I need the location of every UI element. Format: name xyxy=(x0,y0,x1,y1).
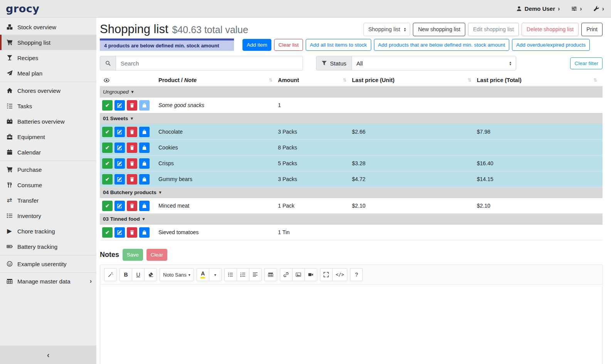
add-to-stock-button[interactable] xyxy=(139,100,150,111)
clear-filter-button[interactable]: Clear filter xyxy=(570,57,603,69)
mark-done-button[interactable]: ✔ xyxy=(102,227,113,238)
delete-item-button[interactable] xyxy=(127,174,137,185)
edit-item-button[interactable] xyxy=(114,143,125,153)
underline-button[interactable]: U xyxy=(132,268,145,281)
delete-item-button[interactable] xyxy=(127,158,137,169)
fullscreen-button[interactable] xyxy=(320,268,333,281)
add-item-button[interactable]: Add item xyxy=(242,39,271,51)
sidebar-item-battery-tracking[interactable]: Battery tracking xyxy=(0,239,96,254)
group-header-04-butchery-products[interactable]: 04 Butchery products ▾ xyxy=(100,187,603,198)
editor-content[interactable] xyxy=(100,285,602,364)
sidebar-item-equipment[interactable]: Equipment xyxy=(0,129,96,144)
add-overdue-button[interactable]: Add overdue/expired products xyxy=(512,39,590,51)
app-logo[interactable]: grocy xyxy=(6,3,39,15)
settings-menu[interactable]: › xyxy=(571,5,582,12)
sidebar-item-meal-plan[interactable]: Meal plan xyxy=(0,65,96,81)
text-color-button[interactable]: A xyxy=(197,268,209,281)
sidebar-item-purchase[interactable]: Purchase xyxy=(0,162,96,177)
mark-done-button[interactable]: ✔ xyxy=(102,174,113,185)
visibility-column-header[interactable] xyxy=(100,77,158,83)
add-to-stock-button[interactable] xyxy=(139,143,150,153)
group-header-01-sweets[interactable]: 01 Sweets ▾ xyxy=(100,113,603,124)
mark-done-button[interactable]: ✔ xyxy=(102,158,113,169)
notes-editor: BUNoto Sans▾A▾</>? xyxy=(100,265,603,364)
sidebar-item-inventory[interactable]: Inventory xyxy=(0,208,96,223)
sidebar-item-calendar[interactable]: Calendar xyxy=(0,144,96,160)
mark-done-button[interactable]: ✔ xyxy=(102,143,113,153)
unordered-list-button[interactable] xyxy=(224,268,237,281)
shopping-list-select[interactable]: Shopping list ▴ ▾ xyxy=(364,23,410,36)
sidebar-item-chore-tracking[interactable]: ▶ Chore tracking xyxy=(0,223,96,239)
codeview-button-label: </> xyxy=(336,272,344,277)
sidebar-item-consume[interactable]: Consume xyxy=(0,177,96,193)
group-header-ungrouped[interactable]: Ungrouped ▾ xyxy=(100,87,603,97)
insert-video-button[interactable] xyxy=(305,268,317,281)
bold-button[interactable]: B xyxy=(120,268,132,281)
last-price-unit-header[interactable]: Last price (Unit) ⇅ xyxy=(352,77,477,83)
sidebar-item-tasks[interactable]: Tasks xyxy=(0,98,96,114)
sidebar-item-stock-overview[interactable]: Stock overview xyxy=(0,19,96,35)
add-to-stock-button[interactable] xyxy=(139,174,150,185)
mark-done-button[interactable]: ✔ xyxy=(102,127,113,137)
codeview-button[interactable]: </> xyxy=(332,268,348,281)
shopping-list-row: ✔ Minced meat 1 Pack $2.10 $2.10 xyxy=(100,198,603,214)
clear-list-button[interactable]: Clear list xyxy=(274,39,303,51)
delete-item-button[interactable] xyxy=(127,143,137,153)
add-to-stock-button[interactable] xyxy=(139,201,150,211)
mark-done-button[interactable]: ✔ xyxy=(102,100,113,111)
sidebar-item-example-userentity[interactable]: Example userentity xyxy=(0,256,96,272)
clear-notes-button[interactable]: Clear xyxy=(146,249,167,261)
edit-item-button[interactable] xyxy=(114,127,125,137)
add-below-min-stock-button[interactable]: Add products that are below defined min.… xyxy=(374,39,509,51)
amount-header[interactable]: Amount ⇅ xyxy=(278,77,352,83)
admin-menu[interactable]: › xyxy=(594,5,604,12)
sidebar-collapse-button[interactable]: ‹ xyxy=(0,346,96,364)
edit-shopping-list-button[interactable]: Edit shopping list xyxy=(468,23,519,36)
print-button[interactable]: Print xyxy=(581,23,603,36)
new-shopping-list-button[interactable]: New shopping list xyxy=(413,23,465,36)
add-to-stock-button[interactable] xyxy=(139,227,150,238)
clear-format-button[interactable] xyxy=(144,268,157,281)
user-menu[interactable]: Demo User › xyxy=(516,5,560,12)
insert-table-button[interactable] xyxy=(264,268,277,281)
caret-down-icon: ▾ xyxy=(214,273,216,277)
status-select[interactable]: All ▴ ▾ xyxy=(352,56,516,70)
sidebar-item-shopping-list[interactable]: Shopping list xyxy=(0,35,96,50)
delete-item-button[interactable] xyxy=(127,100,137,111)
add-to-stock-button[interactable] xyxy=(139,127,150,137)
text-color-caret-button[interactable]: ▾ xyxy=(209,268,222,281)
help-button[interactable]: ? xyxy=(350,268,363,281)
min-stock-alert[interactable]: 4 products are below defined min. stock … xyxy=(100,39,234,51)
edit-item-button[interactable] xyxy=(114,158,125,169)
add-to-stock-button[interactable] xyxy=(139,158,150,169)
style-magic-button[interactable] xyxy=(104,268,117,281)
sidebar-item-transfer[interactable]: ⇄ Transfer xyxy=(0,193,96,208)
sidebar-item-manage-master-data[interactable]: Manage master data › xyxy=(0,273,96,289)
font-family-button[interactable]: Noto Sans▾ xyxy=(160,268,194,281)
sidebar-item-chores-overview[interactable]: Chores overview xyxy=(0,83,96,98)
ordered-list-button[interactable] xyxy=(237,268,249,281)
product-note-header[interactable]: Product /Note ⇅ xyxy=(158,77,278,83)
edit-item-button[interactable] xyxy=(114,201,125,211)
edit-item-button[interactable] xyxy=(114,100,125,111)
save-notes-button[interactable]: Save xyxy=(123,249,143,261)
paragraph-align-button[interactable] xyxy=(249,268,262,281)
mark-done-button[interactable]: ✔ xyxy=(102,201,113,211)
add-all-to-stock-button[interactable]: Add all list items to stock xyxy=(306,39,371,51)
edit-item-button[interactable] xyxy=(114,174,125,185)
sidebar-item-recipes[interactable]: Recipes xyxy=(0,50,96,65)
delete-item-button[interactable] xyxy=(127,227,137,238)
insert-link-button[interactable] xyxy=(280,268,293,281)
delete-shopping-list-button[interactable]: Delete shopping list xyxy=(522,23,579,36)
search-input[interactable] xyxy=(116,56,303,70)
caret-down-icon: ▾ xyxy=(189,273,190,277)
group-header-03-tinned-food[interactable]: 03 Tinned food ▾ xyxy=(100,214,603,225)
delete-item-button[interactable] xyxy=(127,201,137,211)
home-icon xyxy=(5,87,13,94)
delete-item-button[interactable] xyxy=(127,127,137,137)
sidebar-item-batteries-overview[interactable]: Batteries overview xyxy=(0,114,96,129)
insert-picture-button[interactable] xyxy=(292,268,305,281)
edit-item-button[interactable] xyxy=(114,227,125,238)
shopping-list-row: ✔ Crisps 5 Packs $3.28 $16.40 xyxy=(100,156,603,171)
last-price-total-header[interactable]: Last price (Total) ⇅ xyxy=(477,77,603,83)
